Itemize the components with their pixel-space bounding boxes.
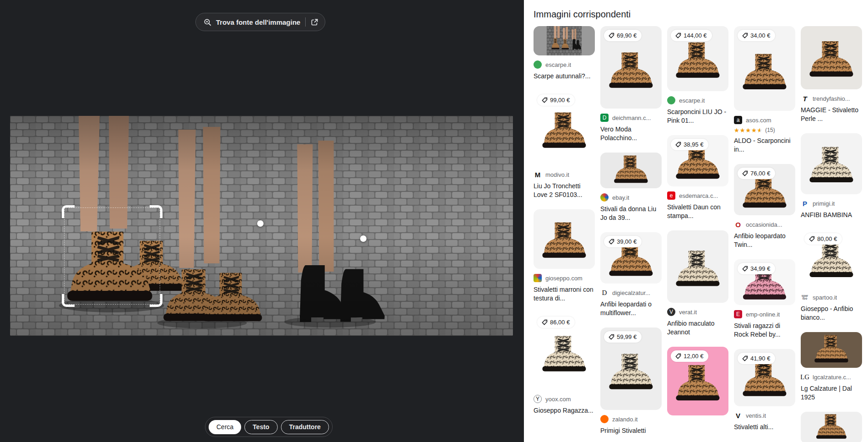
product-image[interactable]: 86,00 € [534,313,595,390]
product-image[interactable]: 34,99 € [734,259,795,305]
product-card[interactable]: 34,99 € E emp-online.it Stivali ragazzi … [734,259,795,339]
product-card[interactable]: V verat.it Anfibio maculato Jeannot [667,230,728,337]
product-title[interactable]: Anfibio maculato Jeannot [667,319,728,337]
product-title[interactable]: Stivaletti Daun con stampa... [667,203,728,220]
product-card[interactable]: 80,00 € spartoo spartoo.it Gioseppo - An… [801,229,862,322]
product-card[interactable] [801,412,862,442]
product-title[interactable]: Scarponcini LIU JO - Pink 01... [667,108,728,125]
product-title[interactable]: Gioseppo - Anfibio bianco... [801,305,862,322]
product-dot[interactable] [257,220,264,227]
merchant-row[interactable]: zalando.it [600,415,662,423]
product-card[interactable]: 144,00 € escarpe.it Scarponcini LIU JO -… [667,26,728,125]
product-image[interactable]: 59,99 € [600,327,662,410]
product-image[interactable]: 39,00 € [600,232,662,284]
crop-handle-bottom-left[interactable] [62,294,75,307]
product-card[interactable]: 86,00 € Y yoox.com Gioseppo Ragazza... [534,313,595,415]
mode-testo[interactable]: Testo [244,420,277,434]
product-card[interactable]: 59,99 € zalando.it Primigi Stivaletti [600,327,662,435]
product-title[interactable]: Stivaletti alti... [734,423,795,431]
product-image[interactable] [801,26,862,89]
product-image[interactable]: 38,95 € [667,135,728,186]
merchant-row[interactable]: Y yoox.com [534,395,595,403]
merchant-row[interactable]: T trendyfashio... [801,94,862,103]
product-title[interactable]: Gioseppo Ragazza... [534,406,595,415]
product-image[interactable]: 69,90 € [600,26,662,109]
crop-handle-top-left[interactable] [62,205,75,218]
merchant-row[interactable]: E emp-online.it [734,310,795,318]
product-title[interactable]: MAGGIE - Stivaletto Perle ... [801,106,862,123]
merchant-row[interactable]: spartoo spartoo.it [801,293,862,301]
merchant-row[interactable]: V ventis.it [734,411,795,420]
find-image-source-label: Trova fonte dell'immagine [216,18,300,26]
merchant-row[interactable]: gioseppo.com [534,274,595,282]
product-image[interactable] [534,209,595,269]
product-title[interactable]: Primigi Stivaletti [600,426,662,435]
product-title[interactable]: ALDO - Scarponcini in... [734,136,795,154]
product-image[interactable]: 99,00 € [534,91,595,165]
mode-cerca[interactable]: Cerca [209,420,241,434]
product-image[interactable]: 41,90 € [734,349,795,406]
product-card[interactable]: 38,95 € e esdemarca.c... Stivaletti Daun… [667,135,728,220]
product-card[interactable]: escarpe.it Scarpe autunnali?... [534,26,595,81]
crop-selection-box[interactable] [64,207,160,305]
product-image[interactable] [801,332,862,368]
product-title[interactable]: Vero Moda Polacchino... [600,125,662,142]
product-image[interactable] [667,230,728,303]
product-image[interactable]: 144,00 € [667,26,728,91]
product-title[interactable]: Lg Calzature | Dal 1925 [801,384,862,402]
product-card[interactable]: T trendyfashio... MAGGIE - Stivaletto Pe… [801,26,862,123]
rating-count: (15) [765,127,775,133]
product-image[interactable] [801,133,862,194]
product-image[interactable] [801,412,862,442]
merchant-row[interactable]: a asos.com [734,116,795,124]
merchant-row[interactable]: D digiecalzatur... [600,289,662,297]
product-image[interactable]: 12,00 € [667,347,728,415]
product-card[interactable]: 12,00 € [667,347,728,415]
merchant-row[interactable]: LG lgcalzature.c... [801,373,862,381]
product-title[interactable]: Liu Jo Tronchetti Love 2 SF0103... [534,182,595,199]
product-image[interactable] [600,153,662,188]
merchant-name: occasionida... [746,221,782,228]
merchant-row[interactable]: e esdemarca.c... [667,191,728,200]
product-image[interactable] [534,26,595,55]
product-card[interactable]: gioseppo.com Stivaletti marroni con test… [534,209,595,303]
merchant-row[interactable]: M modivo.it [534,170,595,179]
crop-handle-bottom-right[interactable] [150,294,162,307]
product-title[interactable]: Scarpe autunnali?... [534,72,595,81]
merchant-row[interactable]: escarpe.it [667,96,728,104]
merchant-favicon: M [534,170,542,179]
product-card[interactable]: ebay.it Stivali da donna Liu Jo da 39... [600,153,662,222]
merchant-row[interactable]: P primigi.it [801,199,862,207]
product-image[interactable]: 34,00 € [734,26,795,111]
merchant-row[interactable]: D deichmann.c... [600,114,662,122]
product-title[interactable]: Stivaletti marroni con testura di... [534,285,595,303]
product-card[interactable]: 34,00 € a asos.com ★★★★★★★★★★ (15) ALDO … [734,26,795,154]
crop-handle-top-right[interactable] [150,205,162,218]
product-image[interactable]: 80,00 € [801,229,862,288]
find-image-source-button[interactable]: Trova fonte dell'immagine [195,13,325,31]
boot-image [808,33,855,86]
merchant-row[interactable]: escarpe.it [534,60,595,69]
product-title[interactable]: Stivali ragazzi di Rock Rebel by... [734,322,795,339]
product-image[interactable]: 76,00 € [734,164,795,215]
product-card[interactable]: 69,90 € D deichmann.c... Vero Moda Polac… [600,26,662,142]
product-card[interactable]: 76,00 € O occasionida... Anfibio leopard… [734,164,795,249]
product-dot[interactable] [360,235,367,242]
product-title[interactable]: Stivali da donna Liu Jo da 39... [600,205,662,222]
mode-traduttore[interactable]: Traduttore [281,420,329,434]
price-badge: 86,00 € [537,316,575,328]
product-card[interactable]: 41,90 € V ventis.it Stivaletti alti... [734,349,795,431]
product-title[interactable]: Anfibio leopardato Twin... [734,232,795,249]
merchant-row[interactable]: V verat.it [667,308,728,316]
product-card[interactable]: 39,00 € D digiecalzatur... Anfibi leopar… [600,232,662,317]
product-card[interactable]: LG lgcalzature.c... Lg Calzature | Dal 1… [801,332,862,402]
merchant-name: verat.it [679,309,697,316]
product-title[interactable]: ANFIBI BAMBINA [801,211,862,219]
merchant-row[interactable]: O occasionida... [734,220,795,229]
product-card[interactable]: P primigi.it ANFIBI BAMBINA [801,133,862,219]
boot-image [541,215,588,265]
product-title[interactable]: Anfibi leopardati o multiflower... [600,300,662,317]
product-card[interactable]: 99,00 € M modivo.it Liu Jo Tronchetti Lo… [534,91,595,199]
query-image[interactable] [10,116,513,336]
merchant-row[interactable]: ebay.it [600,193,662,202]
